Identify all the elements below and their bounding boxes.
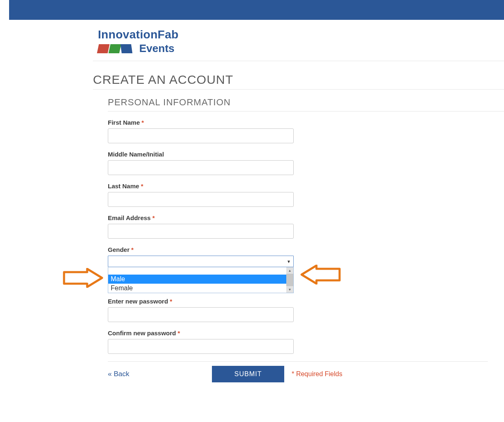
back-link[interactable]: « Back xyxy=(108,370,129,378)
gender-option-female[interactable]: Female xyxy=(108,284,286,293)
required-fields-note: * Required Fields xyxy=(292,370,342,378)
first-name-input[interactable] xyxy=(108,128,294,143)
middle-name-input[interactable] xyxy=(108,160,294,175)
gender-option-male[interactable]: Male xyxy=(108,275,286,284)
brand-subtitle: Events xyxy=(139,42,174,55)
email-label: Email Address* xyxy=(108,214,504,221)
logo-flags-icon xyxy=(98,44,133,53)
scroll-down-icon[interactable]: ▼ xyxy=(286,286,293,293)
page-title: CREATE AN ACCOUNT xyxy=(93,73,504,90)
gender-select[interactable]: ▼ xyxy=(108,256,294,267)
last-name-label: Last Name* xyxy=(108,183,504,190)
annotation-arrow-right-icon xyxy=(300,265,341,286)
middle-name-label: Middle Name/Initial xyxy=(108,151,504,158)
email-input[interactable] xyxy=(108,224,294,239)
brand-name: InnovationFab xyxy=(98,28,504,41)
section-title: PERSONAL INFORMATION xyxy=(108,97,504,111)
new-password-input[interactable] xyxy=(108,307,294,322)
first-name-label: First Name* xyxy=(108,119,504,126)
gender-dropdown: Male Female ▲ ▼ xyxy=(108,267,294,293)
logo-block: InnovationFab Events xyxy=(93,20,504,61)
annotation-arrow-left-icon xyxy=(62,268,104,289)
top-banner xyxy=(9,0,504,20)
confirm-password-label: Confirm new password* xyxy=(108,330,504,337)
new-password-label: Enter new password* xyxy=(108,298,504,305)
dropdown-scrollbar[interactable]: ▲ ▼ xyxy=(286,267,293,293)
gender-option-blank[interactable] xyxy=(108,267,286,275)
scroll-up-icon[interactable]: ▲ xyxy=(286,267,293,274)
last-name-input[interactable] xyxy=(108,192,294,207)
gender-label: Gender* xyxy=(108,246,504,253)
chevron-down-icon: ▼ xyxy=(287,259,291,264)
confirm-password-input[interactable] xyxy=(108,339,294,354)
submit-button[interactable]: SUBMIT xyxy=(212,366,284,382)
